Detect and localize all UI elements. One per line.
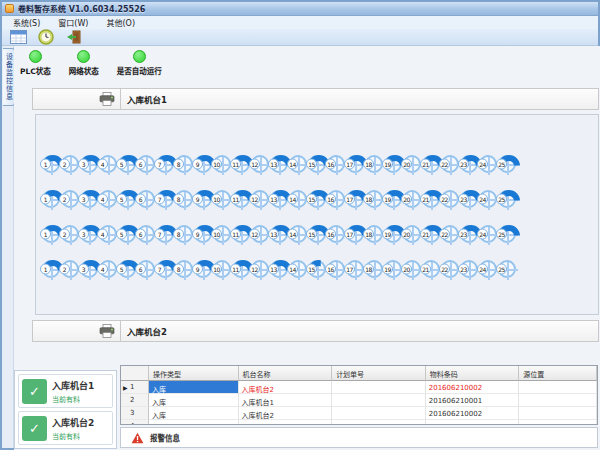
column-header[interactable]: 操作类型: [149, 366, 239, 381]
slot-row-3: 1234567891011121314151617181920212223242…: [42, 225, 598, 247]
table-cell[interactable]: [519, 420, 597, 425]
tool-bar: [2, 29, 598, 46]
menu-item[interactable]: 系统(S): [4, 16, 49, 29]
slot-2-5: 5: [118, 190, 136, 208]
table-cell[interactable]: [149, 420, 239, 425]
slot-1-13: 13: [270, 155, 288, 173]
column-header[interactable]: 物料条码: [426, 366, 520, 381]
card-status: 当前有料: [52, 394, 94, 404]
slot-number: 7: [154, 264, 165, 275]
table-cell[interactable]: [332, 381, 426, 394]
table-cell[interactable]: 入库: [149, 407, 239, 420]
slot-spoke: [488, 262, 490, 280]
slot-spoke: [450, 157, 452, 175]
report-button[interactable]: [6, 29, 30, 45]
slot-3-7: 7: [156, 225, 174, 243]
machine2-title: 入库机台2: [121, 325, 167, 337]
slot-spoke: [146, 227, 148, 245]
table-cell[interactable]: [426, 420, 520, 425]
slot-number: 12: [249, 194, 260, 205]
menu-item[interactable]: 其他(O): [97, 16, 144, 29]
slot-1-12: 12: [251, 155, 269, 173]
title-bar[interactable]: 卷料暂存系统 V1.0.6034.25526: [2, 2, 598, 16]
slot-spoke: [488, 227, 490, 245]
machine-card[interactable]: ✓入库机台2当前有料: [18, 411, 113, 445]
slot-spoke: [431, 262, 433, 280]
slot-number: 23: [458, 229, 469, 240]
table-row[interactable]: 2入库入库机台1201606210001: [121, 394, 597, 407]
slot-spoke: [488, 157, 490, 175]
row-number: 2: [130, 396, 134, 404]
slot-number: 4: [97, 229, 108, 240]
slot-3-21: 21: [422, 225, 440, 243]
slot-spoke: [108, 157, 110, 175]
row-header: ▶1: [121, 381, 149, 394]
table-cell[interactable]: [332, 407, 426, 420]
machine2-print-button[interactable]: [33, 321, 121, 341]
slot-number: 13: [268, 229, 279, 240]
machine1-print-button[interactable]: [33, 89, 121, 109]
slot-spoke: [374, 192, 376, 210]
slot-number: 15: [306, 264, 317, 275]
card-status: 当前有料: [52, 431, 94, 441]
slot-row-1: 1234567891011121314151617181920212223242…: [42, 155, 598, 177]
exit-button[interactable]: [62, 29, 86, 45]
slot-number: 13: [268, 264, 279, 275]
slot-number: 14: [287, 194, 298, 205]
slot-number: 21: [420, 159, 431, 170]
slot-3-18: 18: [365, 225, 383, 243]
slot-1-7: 7: [156, 155, 174, 173]
slot-number: 11: [230, 194, 241, 205]
table-cell[interactable]: 入库: [149, 394, 239, 407]
column-header[interactable]: 计划单号: [332, 366, 426, 381]
slot-3-20: 20: [403, 225, 421, 243]
clock-button[interactable]: [34, 29, 58, 45]
machine-status-panel: ✓入库机台1当前有料✓入库机台2当前有料: [14, 370, 117, 449]
slot-4-6: 6: [137, 260, 155, 278]
column-header[interactable]: 机台名称: [239, 366, 333, 381]
table-cell[interactable]: 入库机台2: [239, 381, 333, 394]
slot-number: 22: [439, 264, 450, 275]
table-cell[interactable]: 201606210002: [426, 407, 520, 420]
slot-3-22: 22: [441, 225, 459, 243]
machine1-title: 入库机台1: [121, 93, 167, 105]
table-cell[interactable]: [239, 420, 333, 425]
slot-2-19: 19: [384, 190, 402, 208]
table-cell[interactable]: [519, 381, 597, 394]
slot-2-17: 17: [346, 190, 364, 208]
table-cell[interactable]: 入库机台2: [239, 407, 333, 420]
slot-number: 22: [439, 194, 450, 205]
table-cell[interactable]: [332, 394, 426, 407]
slot-number: 25: [496, 229, 507, 240]
table-cell[interactable]: 入库: [149, 381, 239, 394]
slot-number: 19: [382, 264, 393, 275]
slot-spoke: [70, 192, 72, 210]
menu-item[interactable]: 窗口(W): [49, 16, 97, 29]
slot-3-2: 2: [61, 225, 79, 243]
column-header[interactable]: 源位置: [519, 366, 597, 381]
table-row[interactable]: *4: [121, 420, 597, 425]
slot-number: 14: [287, 159, 298, 170]
table-row[interactable]: 3入库入库机台2201606210002: [121, 407, 597, 420]
table-row[interactable]: ▶1入库入库机台2201606210002: [121, 381, 597, 394]
table-cell[interactable]: [519, 394, 597, 407]
window-title: 卷料暂存系统 V1.0.6034.25526: [18, 3, 145, 14]
slot-number: 3: [78, 264, 89, 275]
slot-spoke: [488, 192, 490, 210]
table-cell[interactable]: 201606210002: [426, 381, 520, 394]
status-light-icon: [77, 50, 90, 63]
table-cell[interactable]: 201606210001: [426, 394, 520, 407]
slot-number: 23: [458, 264, 469, 275]
row-number: 1: [130, 383, 134, 391]
machine-card[interactable]: ✓入库机台1当前有料: [18, 374, 113, 408]
slot-2-25: 25: [498, 190, 516, 208]
slot-number: 7: [154, 229, 165, 240]
slot-number: 16: [325, 194, 336, 205]
table-cell[interactable]: [332, 420, 426, 425]
slot-row-4: 1234567891011121314151617181920212223242…: [42, 260, 598, 282]
table-cell[interactable]: [519, 407, 597, 420]
table-cell[interactable]: 入库机台1: [239, 394, 333, 407]
app-window: 卷料暂存系统 V1.0.6034.25526 系统(S)窗口(W)其他(O): [0, 0, 600, 450]
slot-number: 8: [173, 229, 184, 240]
slot-number: 1: [40, 159, 51, 170]
